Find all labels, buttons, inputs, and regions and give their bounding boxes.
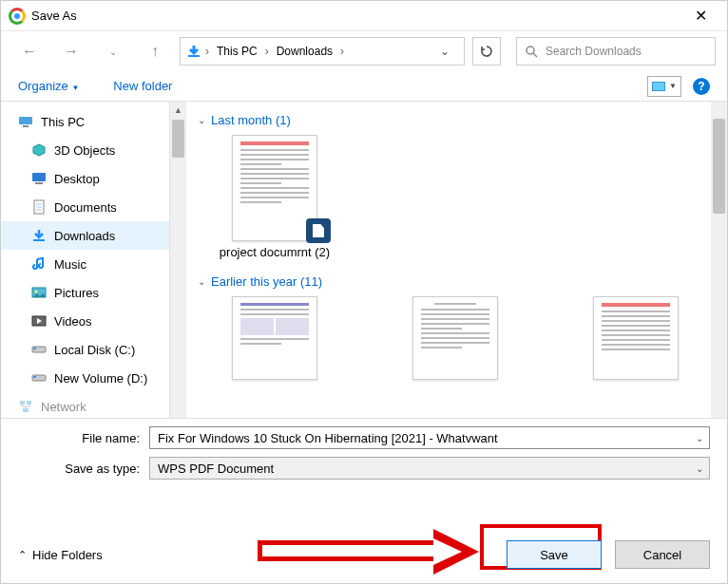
- hide-folders-button[interactable]: ⌃ Hide Folders: [18, 548, 103, 562]
- close-icon[interactable]: ✕: [681, 1, 719, 31]
- sidebar-item-label: Videos: [54, 314, 92, 329]
- filename-field[interactable]: Fix For Windows 10 Stuck On Hibernating …: [149, 426, 710, 449]
- documents-icon: [31, 199, 47, 215]
- desktop-icon: [31, 171, 47, 186]
- sidebar-item-documents[interactable]: Documents: [1, 193, 169, 221]
- sidebar-item-new-volume-d[interactable]: New Volume (D:): [1, 364, 169, 392]
- chevron-right-icon: ›: [340, 45, 344, 58]
- crumb-downloads[interactable]: Downloads: [273, 45, 336, 58]
- savetype-field[interactable]: WPS PDF Document ⌄: [149, 457, 710, 480]
- content-scrollbar[interactable]: [711, 102, 727, 418]
- window-title: Save As: [31, 9, 77, 23]
- sidebar-scrollbar[interactable]: ▲: [170, 102, 186, 418]
- sidebar-item-downloads[interactable]: Downloads: [1, 221, 169, 250]
- disk-icon: [31, 342, 47, 357]
- svg-rect-20: [27, 401, 31, 405]
- footer: ⌃ Hide Folders Save Cancel: [1, 526, 727, 583]
- search-placeholder: Search Downloads: [546, 45, 642, 58]
- content-pane: ⌄ Last month (1) project documrnt (2) ⌄ …: [186, 102, 727, 418]
- chevron-right-icon: ›: [205, 45, 209, 58]
- file-label: project documrnt (2): [220, 245, 330, 259]
- sidebar-item-label: Downloads: [54, 229, 115, 243]
- disk-icon: [31, 370, 47, 386]
- file-item[interactable]: [384, 296, 527, 384]
- refresh-button[interactable]: [472, 37, 501, 66]
- view-toggle[interactable]: ▼: [647, 76, 681, 97]
- group-last-month[interactable]: ⌄ Last month (1): [198, 113, 718, 127]
- chevron-down-icon[interactable]: ⌄: [696, 433, 703, 443]
- sidebar-item-label: Music: [54, 257, 86, 272]
- crumb-this-pc[interactable]: This PC: [213, 45, 261, 58]
- cancel-button[interactable]: Cancel: [615, 540, 710, 569]
- sidebar-item-label: Documents: [54, 200, 117, 215]
- file-item[interactable]: project documrnt (2): [203, 135, 346, 259]
- search-icon: [525, 45, 538, 58]
- chevron-down-icon: ⌄: [198, 276, 205, 287]
- file-item[interactable]: [203, 296, 346, 384]
- document-thumbnail: [232, 296, 317, 380]
- 3d-icon: [31, 142, 47, 158]
- savetype-value: WPS PDF Document: [158, 462, 274, 476]
- sidebar-item-label: Pictures: [54, 286, 99, 300]
- up-button[interactable]: ↑: [138, 36, 172, 66]
- breadcrumb-dropdown[interactable]: ⌄: [431, 45, 458, 58]
- sidebar-item-label: Desktop: [54, 172, 100, 186]
- chevron-down-icon: ⌄: [198, 115, 205, 125]
- sidebar-item-this-pc[interactable]: This PC: [1, 107, 169, 136]
- chevron-right-icon: ›: [265, 45, 269, 58]
- scroll-up-icon[interactable]: ▲: [170, 102, 186, 118]
- savetype-label: Save as type:: [18, 462, 149, 476]
- svg-rect-4: [23, 125, 29, 127]
- document-thumbnail: [593, 296, 679, 380]
- filename-label: File name:: [18, 431, 149, 445]
- group-label: Earlier this year (11): [211, 274, 322, 289]
- filename-value: Fix For Windows 10 Stuck On Hibernating …: [158, 431, 498, 445]
- help-icon[interactable]: ?: [693, 78, 710, 95]
- recent-button[interactable]: ⌄: [96, 36, 130, 66]
- svg-rect-21: [23, 408, 29, 412]
- sidebar: This PC 3D Objects Desktop Documents Dow…: [1, 102, 170, 418]
- svg-rect-3: [19, 117, 32, 124]
- nav-row: ← → ⌄ ↑ › This PC › Downloads › ⌄ Search…: [1, 31, 727, 71]
- svg-line-2: [533, 53, 537, 57]
- downloads-icon: [186, 44, 201, 59]
- back-button[interactable]: ←: [12, 36, 47, 66]
- pdf-badge-icon: [306, 218, 331, 243]
- scroll-thumb[interactable]: [172, 120, 184, 158]
- sidebar-item-label: This PC: [41, 115, 85, 129]
- sidebar-item-label: New Volume (D:): [54, 371, 147, 386]
- sidebar-item-music[interactable]: Music: [1, 250, 169, 278]
- sidebar-item-pictures[interactable]: Pictures: [1, 278, 169, 307]
- chrome-icon: [9, 8, 26, 25]
- svg-rect-6: [35, 182, 43, 184]
- file-item[interactable]: [565, 296, 707, 384]
- group-label: Last month (1): [211, 113, 291, 127]
- sidebar-item-local-disk-c[interactable]: Local Disk (C:): [1, 335, 169, 364]
- sidebar-item-3d-objects[interactable]: 3D Objects: [1, 136, 169, 164]
- sidebar-item-desktop[interactable]: Desktop: [1, 164, 169, 193]
- new-folder-button[interactable]: New folder: [113, 79, 172, 93]
- document-thumbnail: [412, 296, 498, 380]
- svg-rect-0: [188, 55, 200, 57]
- forward-button[interactable]: →: [54, 36, 88, 66]
- breadcrumb[interactable]: › This PC › Downloads › ⌄: [180, 37, 465, 66]
- group-earlier-this-year[interactable]: ⌄ Earlier this year (11): [198, 274, 718, 289]
- sidebar-item-network[interactable]: Network: [1, 392, 169, 418]
- toolbar: Organize ▼ New folder ▼ ?: [1, 71, 727, 102]
- network-icon: [18, 399, 33, 414]
- body: This PC 3D Objects Desktop Documents Dow…: [1, 102, 727, 419]
- pictures-icon: [31, 285, 47, 300]
- svg-point-13: [35, 291, 38, 293]
- chevron-down-icon[interactable]: ⌄: [696, 463, 703, 474]
- document-thumbnail: [232, 135, 317, 241]
- svg-rect-16: [33, 348, 36, 349]
- save-button[interactable]: Save: [507, 540, 602, 569]
- sidebar-item-videos[interactable]: Videos: [1, 307, 169, 335]
- organize-button[interactable]: Organize ▼: [18, 79, 79, 93]
- scroll-thumb[interactable]: [713, 119, 725, 214]
- svg-rect-18: [33, 376, 36, 378]
- search-input[interactable]: Search Downloads: [516, 37, 716, 66]
- svg-point-1: [527, 47, 534, 54]
- hide-folders-label: Hide Folders: [32, 548, 103, 562]
- chevron-up-icon: ⌃: [18, 549, 27, 561]
